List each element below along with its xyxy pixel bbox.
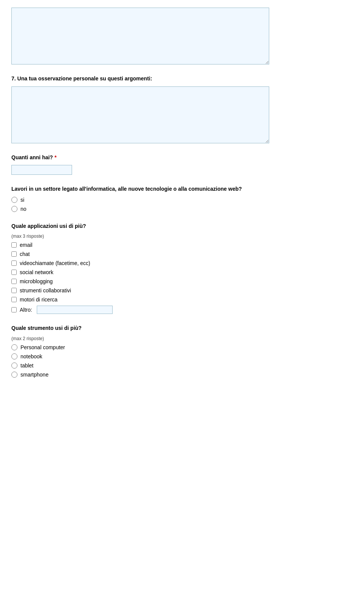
question7-label: 7. Una tua osservazione personale su que… <box>11 75 353 83</box>
app-option-strumenti-collaborativi[interactable]: strumenti collaborativi <box>11 287 353 293</box>
tools-radio-group: Personal computer notebook tablet smartp… <box>11 344 353 378</box>
tool-radio-notebook[interactable] <box>11 353 17 359</box>
tool-radio-tablet[interactable] <box>11 362 17 369</box>
app-label-chat: chat <box>20 251 30 257</box>
tools-question-label: Quale strumento usi di più? <box>11 325 353 332</box>
tool-label-notebook: notebook <box>20 353 42 359</box>
top-textarea[interactable] <box>11 8 269 64</box>
question7-section: 7. Una tua osservazione personale su que… <box>11 75 353 143</box>
work-question-section: Lavori in un settore legato all'informat… <box>11 185 353 212</box>
tool-option-tablet[interactable]: tablet <box>11 362 353 369</box>
required-marker: * <box>55 154 56 160</box>
app-altro-text-input[interactable] <box>37 306 113 314</box>
app-option-motori-di-ricerca[interactable]: motori di ricerca <box>11 297 353 303</box>
app-label-microblogging: microblogging <box>20 278 53 284</box>
app-checkbox-chat[interactable] <box>11 251 17 257</box>
work-option-no[interactable]: no <box>11 206 353 212</box>
app-checkbox-videochiamate[interactable] <box>11 260 17 266</box>
app-option-videochiamate[interactable]: videochiamate (facetime, ecc) <box>11 260 353 266</box>
app-option-chat[interactable]: chat <box>11 251 353 257</box>
age-label: Quanti anni hai?* <box>11 154 353 162</box>
app-option-social-network[interactable]: social network <box>11 269 353 275</box>
app-checkbox-altro[interactable] <box>11 307 17 312</box>
tools-question-section: Quale strumento usi di più? (max 2 rispo… <box>11 325 353 378</box>
app-option-email[interactable]: email <box>11 242 353 248</box>
tool-option-notebook[interactable]: notebook <box>11 353 353 359</box>
app-label-email: email <box>20 242 32 248</box>
apps-checkbox-group: email chat videochiamate (facetime, ecc)… <box>11 242 353 314</box>
work-option-si-label: si <box>20 197 24 203</box>
tool-radio-smartphone[interactable] <box>11 372 17 378</box>
work-option-no-label: no <box>20 206 27 212</box>
work-radio-si[interactable] <box>11 197 17 203</box>
work-radio-group: si no <box>11 197 353 212</box>
app-option-altro[interactable]: Altro: <box>11 306 353 314</box>
app-option-microblogging[interactable]: microblogging <box>11 278 353 284</box>
tool-option-personal-computer[interactable]: Personal computer <box>11 344 353 350</box>
app-checkbox-email[interactable] <box>11 242 17 248</box>
work-option-si[interactable]: si <box>11 197 353 203</box>
age-input[interactable] <box>11 165 72 175</box>
age-section: Quanti anni hai?* <box>11 154 353 175</box>
app-label-strumenti-collaborativi: strumenti collaborativi <box>20 287 71 293</box>
work-radio-no[interactable] <box>11 206 17 212</box>
apps-hint: (max 3 risposte) <box>11 234 353 239</box>
tools-hint: (max 2 risposte) <box>11 336 353 341</box>
apps-question-label: Quale applicazioni usi di più? <box>11 223 353 230</box>
work-question-label: Lavori in un settore legato all'informat… <box>11 185 353 193</box>
apps-question-section: Quale applicazioni usi di più? (max 3 ri… <box>11 223 353 314</box>
tool-label-smartphone: smartphone <box>20 372 49 378</box>
app-checkbox-strumenti-collaborativi[interactable] <box>11 288 17 293</box>
question7-textarea[interactable] <box>11 86 269 143</box>
app-checkbox-motori-di-ricerca[interactable] <box>11 297 17 302</box>
app-checkbox-microblogging[interactable] <box>11 279 17 284</box>
app-label-videochiamate: videochiamate (facetime, ecc) <box>20 260 90 266</box>
app-label-social-network: social network <box>20 269 53 275</box>
tool-label-tablet: tablet <box>20 362 33 369</box>
app-label-motori-di-ricerca: motori di ricerca <box>20 297 58 303</box>
tool-label-personal-computer: Personal computer <box>20 344 65 350</box>
tool-option-smartphone[interactable]: smartphone <box>11 372 353 378</box>
top-textarea-section <box>11 8 353 64</box>
app-label-altro: Altro: <box>20 307 32 313</box>
tool-radio-personal-computer[interactable] <box>11 344 17 350</box>
app-checkbox-social-network[interactable] <box>11 270 17 275</box>
